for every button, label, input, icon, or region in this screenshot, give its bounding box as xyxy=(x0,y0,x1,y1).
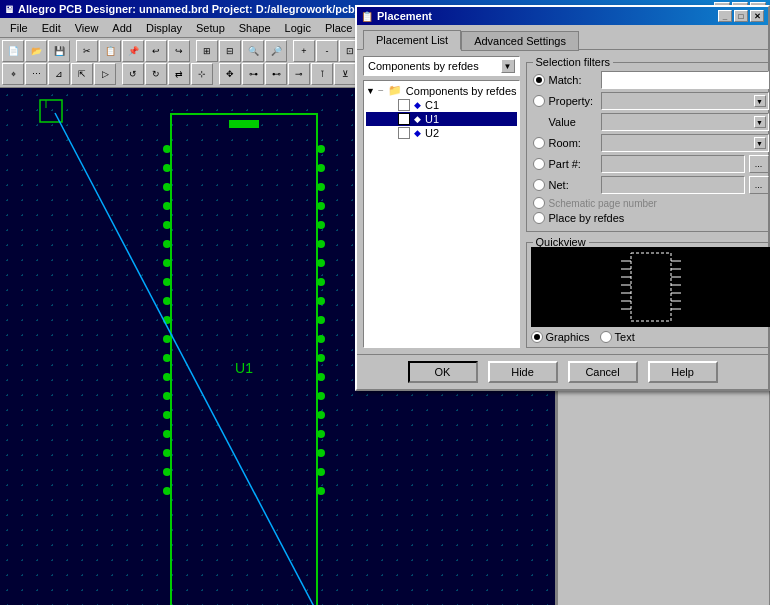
radio-match[interactable] xyxy=(533,74,545,86)
property-dropdown[interactable]: ▼ xyxy=(601,92,769,110)
radio-graphics[interactable] xyxy=(531,331,543,343)
dialog-maximize[interactable]: □ xyxy=(734,10,748,22)
net-browse-btn[interactable]: ... xyxy=(749,176,769,194)
tree-view[interactable]: ▼ − 📁 Components by refdes ◆ C1 ✓ ◆ xyxy=(363,80,520,348)
match-input[interactable] xyxy=(601,71,769,89)
tree-item-u1[interactable]: ✓ ◆ U1 xyxy=(366,112,517,126)
checkbox-u1[interactable]: ✓ xyxy=(398,113,410,125)
tb-b1[interactable]: ⊞ xyxy=(196,40,218,62)
tb-f1[interactable]: ↺ xyxy=(122,63,144,85)
value-arrow-icon[interactable]: ▼ xyxy=(754,116,766,128)
filter-match-row: Match: xyxy=(533,71,769,89)
tb-e3[interactable]: ⊿ xyxy=(48,63,70,85)
tree-root[interactable]: ▼ − 📁 Components by refdes xyxy=(366,83,517,98)
tb-open[interactable]: 📂 xyxy=(25,40,47,62)
room-dropdown[interactable]: ▼ xyxy=(601,134,769,152)
graphics-label: Graphics xyxy=(546,331,590,343)
radio-schematic[interactable] xyxy=(533,197,545,209)
tb-g2[interactable]: ⊶ xyxy=(242,63,264,85)
dialog-minimize[interactable]: _ xyxy=(718,10,732,22)
tb-f2[interactable]: ↻ xyxy=(145,63,167,85)
tb-g3[interactable]: ⊷ xyxy=(265,63,287,85)
tree-minus-icon: − xyxy=(378,85,384,96)
tb-e2[interactable]: ⋯ xyxy=(25,63,47,85)
net-label: Net: xyxy=(549,179,597,191)
placebyrefdes-label: Place by refdes xyxy=(549,212,625,224)
partnum-input[interactable] xyxy=(601,155,745,173)
menu-add[interactable]: Add xyxy=(106,20,138,36)
menu-edit[interactable]: Edit xyxy=(36,20,67,36)
radio-property[interactable] xyxy=(533,95,545,107)
dropdown-value: Components by refdes xyxy=(368,60,479,72)
tb-e4[interactable]: ⇱ xyxy=(71,63,93,85)
help-button[interactable]: Help xyxy=(648,361,718,383)
checkbox-c1[interactable] xyxy=(398,99,410,111)
components-dropdown[interactable]: Components by refdes ▼ xyxy=(363,56,520,76)
menu-place[interactable]: Place xyxy=(319,20,359,36)
tb-g4[interactable]: ⊸ xyxy=(288,63,310,85)
tb-f4[interactable]: ⊹ xyxy=(191,63,213,85)
tb-redo[interactable]: ↪ xyxy=(168,40,190,62)
tb-cut[interactable]: ✂ xyxy=(76,40,98,62)
dropdown-arrow-icon[interactable]: ▼ xyxy=(501,59,515,73)
tb-e5[interactable]: ▷ xyxy=(94,63,116,85)
tb-zoomout[interactable]: - xyxy=(316,40,338,62)
right-pins xyxy=(317,145,325,495)
tb-new[interactable]: 📄 xyxy=(2,40,24,62)
filter-property-row: Property: ▼ xyxy=(533,92,769,110)
menu-file[interactable]: File xyxy=(4,20,34,36)
tb-b2[interactable]: ⊟ xyxy=(219,40,241,62)
net-input[interactable] xyxy=(601,176,745,194)
app-title: Allegro PCB Designer: unnamed.brd Projec… xyxy=(18,3,391,15)
diamond-icon-c1: ◆ xyxy=(414,100,421,110)
value-dropdown[interactable]: ▼ xyxy=(601,113,769,131)
tb-g6[interactable]: ⊻ xyxy=(334,63,356,85)
tb-undo[interactable]: ↩ xyxy=(145,40,167,62)
tb-zoomin[interactable]: + xyxy=(293,40,315,62)
folder-icon: 📁 xyxy=(388,84,402,97)
tree-item-u2[interactable]: ◆ U2 xyxy=(366,126,517,140)
ok-button[interactable]: OK xyxy=(408,361,478,383)
app-icon: 🖥 xyxy=(4,4,14,15)
cancel-button[interactable]: Cancel xyxy=(568,361,638,383)
radio-net[interactable] xyxy=(533,179,545,191)
menu-setup[interactable]: Setup xyxy=(190,20,231,36)
radio-room[interactable] xyxy=(533,137,545,149)
tb-e1[interactable]: ⌖ xyxy=(2,63,24,85)
tb-f3[interactable]: ⇄ xyxy=(168,63,190,85)
tb-b3[interactable]: 🔍 xyxy=(242,40,264,62)
tab-advanced-settings[interactable]: Advanced Settings xyxy=(461,31,579,51)
dialog-body: Components by refdes ▼ ▼ − 📁 Components … xyxy=(357,50,768,354)
dialog-buttons: OK Hide Cancel Help xyxy=(357,354,768,389)
tree-item-c1[interactable]: ◆ C1 xyxy=(366,98,517,112)
menu-shape[interactable]: Shape xyxy=(233,20,277,36)
tb-b4[interactable]: 🔎 xyxy=(265,40,287,62)
hide-button[interactable]: Hide xyxy=(488,361,558,383)
tree-expand-icon[interactable]: ▼ xyxy=(366,86,376,96)
menu-view[interactable]: View xyxy=(69,20,105,36)
room-arrow-icon[interactable]: ▼ xyxy=(754,137,766,149)
menu-logic[interactable]: Logic xyxy=(279,20,317,36)
text-label: Text xyxy=(615,331,635,343)
match-label: Match: xyxy=(549,74,597,86)
checkbox-u2[interactable] xyxy=(398,127,410,139)
tb-g1[interactable]: ✥ xyxy=(219,63,241,85)
tb-paste[interactable]: 📌 xyxy=(122,40,144,62)
radio-placebyrefdes[interactable] xyxy=(533,212,545,224)
tab-placement-list[interactable]: Placement List xyxy=(363,30,461,50)
tb-save[interactable]: 💾 xyxy=(48,40,70,62)
quickview-radios: Graphics Text xyxy=(531,331,770,343)
selection-filters-title: Selection filters xyxy=(533,56,614,68)
dialog-title-text: Placement xyxy=(377,10,432,22)
radio-text[interactable] xyxy=(600,331,612,343)
radio-partnum[interactable] xyxy=(533,158,545,170)
dialog-tabs: Placement List Advanced Settings xyxy=(357,25,768,50)
dialog-close[interactable]: ✕ xyxy=(750,10,764,22)
partnum-browse-btn[interactable]: ... xyxy=(749,155,769,173)
tb-g5[interactable]: ⊺ xyxy=(311,63,333,85)
menu-display[interactable]: Display xyxy=(140,20,188,36)
property-arrow-icon[interactable]: ▼ xyxy=(754,95,766,107)
dialog-title-buttons[interactable]: _ □ ✕ xyxy=(718,10,764,22)
tb-copy[interactable]: 📋 xyxy=(99,40,121,62)
quickview-svg xyxy=(606,251,696,323)
